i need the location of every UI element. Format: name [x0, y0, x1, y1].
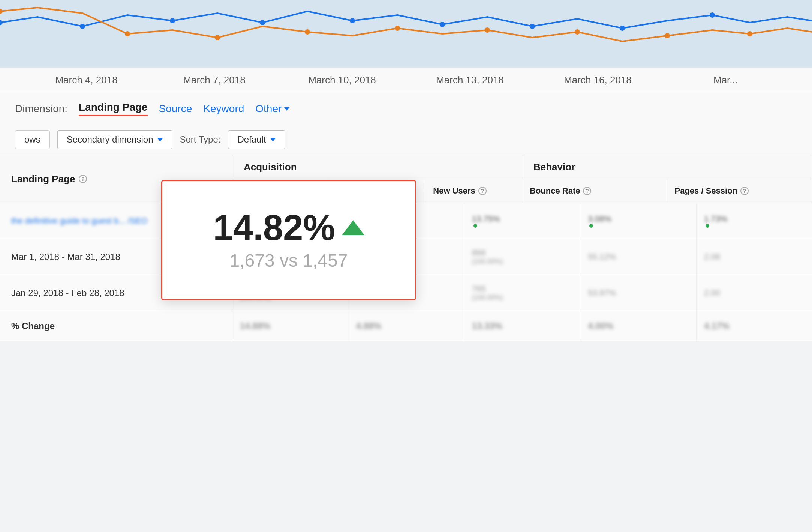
- date-axis: March 4, 2018 March 7, 2018 March 10, 20…: [0, 68, 812, 93]
- new-users-date1: 866 (100.00%): [464, 239, 580, 275]
- section-behavior: Behavior Bounce Rate ? Pages / Session ?: [522, 155, 812, 203]
- table-row-pct-change: % Change 14.88% 4.88% 13.33% 4.00% 4.17%: [0, 311, 812, 341]
- svg-point-12: [305, 29, 310, 35]
- dimension-row: Dimension: Landing Page Source Keyword O…: [0, 93, 812, 124]
- sessions-change: 14.88%: [232, 311, 348, 341]
- svg-point-17: [747, 31, 752, 36]
- pages-change: 4.17%: [697, 311, 812, 341]
- pct-new-change: 4.88%: [348, 311, 464, 341]
- new-users-cell: 13.75%: [464, 203, 580, 239]
- new-users-date2: 765 (100.00%): [464, 275, 580, 311]
- date-label-4: March 13, 2018: [406, 74, 534, 86]
- col-new-users: New Users ?: [425, 179, 522, 203]
- date-label-6: Mar...: [662, 74, 790, 86]
- pages-session-help-icon[interactable]: ?: [740, 187, 749, 195]
- secondary-dimension-label: Secondary dimension: [67, 134, 153, 145]
- dimension-tab-landing-page[interactable]: Landing Page: [79, 101, 148, 116]
- acquisition-title: Acquisition: [232, 155, 522, 179]
- col-bounce-rate: Bounce Rate ?: [522, 179, 667, 203]
- chevron-down-icon: [284, 107, 290, 111]
- pages-date1: 2.08: [697, 239, 812, 275]
- pct-change-label: % Change: [0, 311, 232, 341]
- secondary-dimension-button[interactable]: Secondary dimension: [57, 130, 172, 149]
- sort-type-label: Sort Type:: [180, 134, 221, 145]
- svg-point-3: [260, 20, 265, 25]
- svg-point-16: [665, 33, 670, 38]
- col-pages-session: Pages / Session ?: [667, 179, 812, 203]
- behavior-title: Behavior: [522, 155, 812, 179]
- svg-point-2: [170, 18, 175, 23]
- chart-area: [0, 0, 812, 68]
- date-label-5: March 16, 2018: [534, 74, 662, 86]
- green-indicator-3: [706, 224, 709, 228]
- svg-point-1: [80, 24, 85, 29]
- bounce-change: 4.00%: [580, 311, 696, 341]
- svg-point-9: [0, 9, 3, 14]
- sort-chevron-icon: [270, 138, 276, 141]
- pages-session-cell: 1.73%: [697, 203, 812, 239]
- svg-point-13: [395, 26, 400, 31]
- rows-button[interactable]: ows: [15, 130, 50, 149]
- controls-row: ows Secondary dimension Sort Type: Defau…: [0, 124, 812, 155]
- sort-default-label: Default: [237, 134, 266, 145]
- dimension-dropdown-other[interactable]: Other: [255, 103, 290, 115]
- pages-date2: 2.00: [697, 275, 812, 311]
- new-users-help-icon[interactable]: ?: [478, 187, 487, 195]
- date-label-2: March 7, 2018: [150, 74, 278, 86]
- bounce-rate-help-icon[interactable]: ?: [583, 187, 591, 195]
- popup-percent-value: 14.82%: [213, 210, 364, 246]
- dimension-prefix: Dimension:: [15, 103, 67, 115]
- svg-point-6: [530, 24, 535, 29]
- svg-point-15: [575, 29, 580, 35]
- svg-point-0: [0, 20, 3, 25]
- dimension-link-keyword[interactable]: Keyword: [203, 103, 244, 115]
- landing-page-help-icon[interactable]: ?: [79, 175, 87, 183]
- bounce-rate-cell: 3.08%: [580, 203, 696, 239]
- svg-point-5: [440, 22, 445, 27]
- svg-point-10: [125, 31, 130, 36]
- svg-point-11: [215, 35, 220, 40]
- bounce-date1: 55.12%: [580, 239, 696, 275]
- popup-comparison-value: 1,673 vs 1,457: [230, 250, 348, 271]
- metric-popup: 14.82% 1,673 vs 1,457: [161, 180, 416, 300]
- behavior-cols: Bounce Rate ? Pages / Session ?: [522, 179, 812, 203]
- svg-point-14: [485, 27, 490, 33]
- date-label-1: March 4, 2018: [22, 74, 150, 86]
- sort-dropdown-button[interactable]: Default: [228, 130, 285, 149]
- green-indicator-2: [589, 224, 593, 228]
- secondary-dim-chevron-icon: [157, 138, 163, 141]
- date-label-3: March 10, 2018: [278, 74, 406, 86]
- green-indicator: [473, 224, 477, 228]
- bounce-date2: 53.97%: [580, 275, 696, 311]
- dimension-link-source[interactable]: Source: [159, 103, 192, 115]
- up-arrow-icon: [342, 220, 364, 235]
- svg-point-7: [620, 26, 625, 31]
- svg-point-8: [710, 12, 715, 18]
- svg-point-4: [350, 18, 355, 23]
- new-users-change: 13.33%: [464, 311, 580, 341]
